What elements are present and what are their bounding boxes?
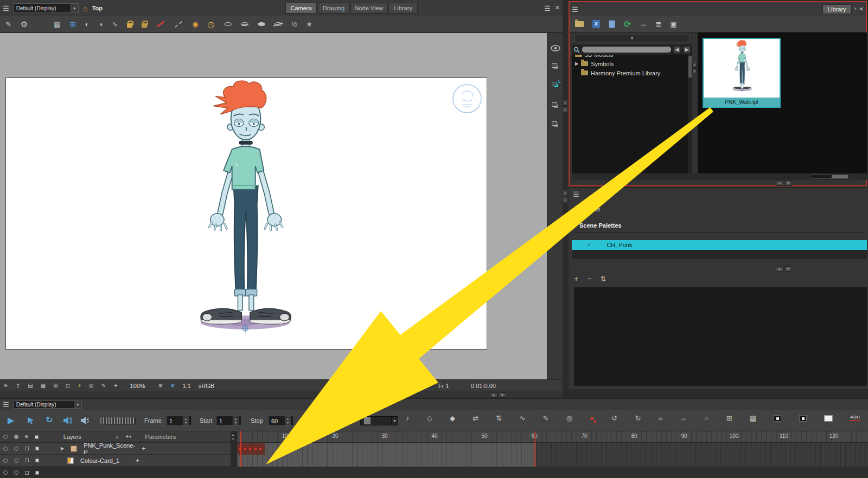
swap-vertical-icon[interactable]: ⇅ bbox=[496, 415, 502, 422]
volume-slider[interactable] bbox=[100, 417, 136, 424]
expander-icon[interactable]: ▶ bbox=[575, 62, 578, 66]
field-chart-icon[interactable]: ⊞ bbox=[53, 383, 58, 389]
film-icon[interactable]: ▤ bbox=[28, 383, 33, 389]
tab-library[interactable]: Library bbox=[388, 3, 418, 14]
frame-spinner[interactable]: ▲▼ bbox=[182, 416, 189, 425]
layer-name-label[interactable]: PNK_Punk_Scene-P bbox=[84, 442, 135, 455]
scroll-up-icon[interactable]: ▲ bbox=[232, 434, 234, 436]
sound-button[interactable] bbox=[63, 417, 72, 424]
snowflake-icon[interactable]: ❄ bbox=[158, 383, 163, 389]
timeline-zoom-slider[interactable]: ▾ bbox=[360, 416, 398, 425]
open-library-icon[interactable] bbox=[575, 21, 584, 27]
playhead[interactable] bbox=[240, 431, 241, 467]
search-input[interactable] bbox=[582, 47, 671, 53]
flash-render-icon[interactable]: ⚡ bbox=[78, 383, 81, 389]
search-prev-icon[interactable]: ◀ bbox=[673, 46, 681, 53]
library-hscroll[interactable] bbox=[572, 173, 867, 180]
add-layer-icon[interactable]: + bbox=[115, 434, 119, 441]
keyframe-marker[interactable] bbox=[259, 447, 262, 450]
colorbox-icon[interactable] bbox=[35, 447, 39, 450]
outline-box-icon[interactable]: ◻ bbox=[66, 383, 70, 389]
playback-cursor-icon[interactable] bbox=[27, 417, 35, 425]
sound-display-icon[interactable]: ♪ bbox=[406, 415, 410, 422]
layer-row-colour-card[interactable]: Colour-Card_1 + bbox=[0, 455, 231, 467]
add-layer-menu-icon[interactable]: + ▾ bbox=[125, 434, 131, 440]
apply-next-icon[interactable]: ↥ bbox=[16, 383, 20, 389]
loop-button[interactable]: ↻ bbox=[46, 416, 53, 424]
lines-icon[interactable]: ≡ bbox=[25, 434, 28, 440]
scroll-down-icon[interactable]: ▼ bbox=[232, 438, 234, 441]
grid-large-icon[interactable]: ⊞ bbox=[726, 415, 732, 422]
fps-dropdown[interactable]: 24 ▾ bbox=[316, 416, 346, 426]
stop-frame-marker[interactable] bbox=[534, 431, 535, 467]
ease-curve-icon[interactable]: ∿ bbox=[519, 415, 525, 422]
play-button[interactable]: ▶ bbox=[8, 416, 14, 425]
tab-node-view[interactable]: Node View bbox=[350, 3, 387, 14]
search-next-icon[interactable]: ▶ bbox=[683, 46, 691, 53]
red-stroke-icon[interactable] bbox=[157, 21, 164, 28]
panel-menu-icon[interactable]: ☰ bbox=[572, 6, 578, 13]
ellipse-slash-icon[interactable] bbox=[275, 22, 282, 26]
field-grid-icon[interactable]: ⊞ bbox=[70, 21, 76, 28]
redo-icon[interactable]: ↻ bbox=[635, 415, 641, 422]
grid-icon[interactable]: ▦ bbox=[54, 21, 60, 28]
keyframe-marker[interactable] bbox=[254, 447, 257, 450]
list-view-icon[interactable]: ≣ bbox=[655, 21, 661, 28]
layer-track-colour-card[interactable] bbox=[237, 455, 868, 467]
eye-icon[interactable] bbox=[551, 45, 560, 51]
sound-scrub-button[interactable] bbox=[80, 417, 90, 424]
link-palette-icon[interactable]: ⇅ bbox=[600, 275, 606, 282]
onion-skin-next-icon[interactable]: ◑ bbox=[98, 21, 103, 28]
layer-stack-icon[interactable] bbox=[552, 102, 557, 107]
tree-item-harmony-premium-library[interactable]: Harmony Premium Library bbox=[572, 68, 688, 77]
library-scroll-buttons[interactable]: ▲ ▼ bbox=[776, 180, 792, 186]
scene-settings-icon[interactable]: ⚙ bbox=[21, 20, 28, 28]
dashed-stroke-icon[interactable] bbox=[175, 21, 182, 27]
display-dropdown[interactable]: Default (Display) ▾ bbox=[14, 3, 79, 13]
close-view-icon[interactable]: ✕ bbox=[555, 5, 560, 11]
scroll-down-icon[interactable]: ▼ bbox=[784, 266, 792, 272]
scroll-up-icon[interactable]: ▲ bbox=[490, 392, 497, 398]
bulb-icon[interactable]: ☀ bbox=[3, 383, 8, 389]
template-card-pnk-walk[interactable]: PNK_Walk.tpl bbox=[703, 38, 781, 108]
tab-drawing[interactable]: Drawing bbox=[318, 3, 349, 14]
tree-item-symbols[interactable]: ▶ Symbols bbox=[572, 59, 688, 68]
white-frame-icon[interactable] bbox=[824, 415, 833, 422]
onion-marker-icon[interactable]: ◎ bbox=[566, 415, 572, 422]
abc-spelling-icon[interactable]: ABC bbox=[850, 415, 860, 421]
pencil-pressure-icon[interactable]: ½ bbox=[291, 21, 297, 28]
close-panel-icon[interactable]: ✕ bbox=[859, 7, 864, 12]
list-options-icon[interactable]: ≡ bbox=[659, 415, 663, 422]
library-splitter-buttons[interactable]: < > bbox=[692, 62, 697, 74]
spark-icon[interactable]: ✦ bbox=[113, 383, 118, 389]
chevron-down-icon[interactable]: ▾ bbox=[391, 417, 398, 425]
lock-icon[interactable] bbox=[127, 23, 132, 28]
layer-name-label[interactable]: Colour-Card_1 bbox=[80, 457, 119, 464]
add-panel-icon[interactable]: + bbox=[854, 7, 857, 12]
layer-stack-icon[interactable] bbox=[552, 121, 557, 126]
zoom-level-value[interactable]: 100% bbox=[130, 383, 145, 389]
delete-template-icon[interactable]: X bbox=[592, 20, 600, 28]
expander-icon[interactable]: ▶ bbox=[61, 447, 64, 451]
solo-toggle-icon[interactable] bbox=[14, 470, 18, 475]
stopwatch-icon[interactable]: ◷ bbox=[208, 20, 215, 28]
solo-view-icon[interactable] bbox=[774, 415, 781, 422]
enable-toggle-icon[interactable] bbox=[3, 447, 8, 451]
circle-target-icon[interactable]: ○ bbox=[705, 415, 709, 422]
edit-exposure-icon[interactable]: ✎ bbox=[543, 415, 549, 422]
scroll-down-icon[interactable]: ▼ bbox=[499, 392, 506, 398]
stop-spinner[interactable]: ▲▼ bbox=[284, 416, 291, 425]
library-tab[interactable]: Library bbox=[822, 4, 852, 14]
frame-ruler[interactable]: 10 20 30 40 50 60 70 80 90 100 110 120 bbox=[237, 431, 868, 443]
lock-toggle-icon[interactable] bbox=[25, 447, 29, 450]
template-list-area[interactable]: PNK_Walk.tpl bbox=[698, 33, 867, 173]
add-parameter-icon[interactable]: + bbox=[142, 445, 146, 452]
frame-input[interactable]: 1 ▲▼ bbox=[166, 416, 192, 426]
collapse-right-icon[interactable]: > bbox=[692, 68, 697, 74]
grid-small-icon[interactable]: ▦ bbox=[750, 415, 756, 422]
lock-toggle-icon[interactable] bbox=[25, 471, 29, 475]
layer-track-pnk-punk[interactable] bbox=[237, 443, 868, 455]
add-drawing-icon[interactable]: ✎ bbox=[5, 21, 11, 28]
add-parameter-icon[interactable]: + bbox=[135, 457, 139, 464]
collapse-right-icon[interactable]: > bbox=[563, 197, 568, 203]
